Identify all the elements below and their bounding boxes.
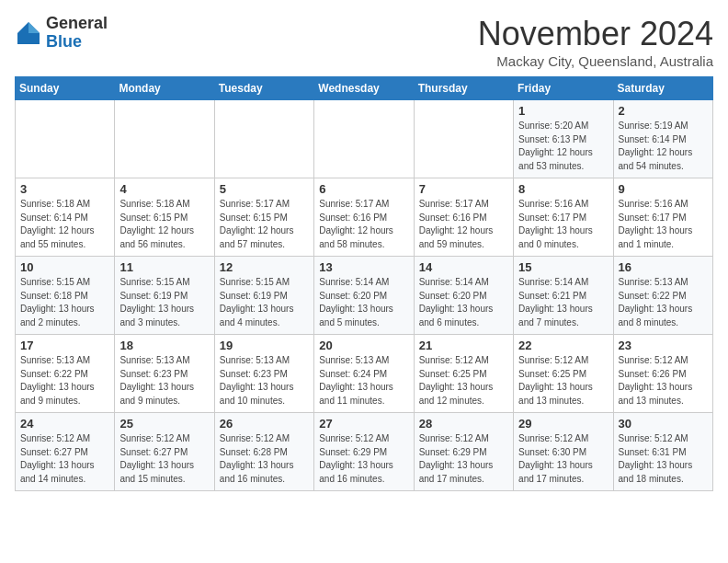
logo: General Blue [15, 15, 108, 52]
header-saturday: Saturday [613, 77, 712, 100]
day-number: 2 [619, 104, 708, 118]
day-number: 1 [518, 104, 608, 118]
day-info: Sunrise: 5:18 AM Sunset: 6:15 PM Dayligh… [119, 198, 209, 251]
day-cell: 27Sunrise: 5:12 AM Sunset: 6:29 PM Dayli… [314, 413, 414, 491]
day-cell: 4Sunrise: 5:18 AM Sunset: 6:15 PM Daylig… [115, 178, 214, 257]
day-cell: 10Sunrise: 5:15 AM Sunset: 6:18 PM Dayli… [16, 257, 115, 335]
day-cell: 29Sunrise: 5:12 AM Sunset: 6:30 PM Dayli… [514, 413, 613, 491]
day-info: Sunrise: 5:12 AM Sunset: 6:29 PM Dayligh… [319, 432, 408, 486]
day-info: Sunrise: 5:15 AM Sunset: 6:19 PM Dayligh… [119, 276, 209, 329]
day-info: Sunrise: 5:12 AM Sunset: 6:25 PM Dayligh… [518, 354, 608, 408]
day-cell: 2Sunrise: 5:19 AM Sunset: 6:14 PM Daylig… [613, 100, 712, 178]
day-number: 23 [619, 339, 708, 352]
day-number: 12 [220, 260, 309, 274]
day-cell: 3Sunrise: 5:18 AM Sunset: 6:14 PM Daylig… [16, 178, 115, 257]
day-cell: 20Sunrise: 5:13 AM Sunset: 6:24 PM Dayli… [314, 335, 414, 413]
day-number: 30 [619, 417, 708, 431]
day-number: 22 [518, 339, 608, 352]
location-subtitle: Mackay City, Queensland, Australia [478, 53, 713, 69]
week-row-4: 17Sunrise: 5:13 AM Sunset: 6:22 PM Dayli… [16, 335, 713, 413]
day-number: 8 [518, 182, 608, 196]
day-cell: 11Sunrise: 5:15 AM Sunset: 6:19 PM Dayli… [115, 257, 214, 335]
day-cell [16, 100, 115, 178]
day-cell: 14Sunrise: 5:14 AM Sunset: 6:20 PM Dayli… [414, 257, 513, 335]
day-cell [115, 100, 214, 178]
day-number: 16 [619, 260, 708, 274]
day-info: Sunrise: 5:13 AM Sunset: 6:22 PM Dayligh… [20, 354, 109, 408]
day-info: Sunrise: 5:16 AM Sunset: 6:17 PM Dayligh… [518, 198, 608, 251]
header-row: SundayMondayTuesdayWednesdayThursdayFrid… [16, 77, 713, 100]
day-cell: 19Sunrise: 5:13 AM Sunset: 6:23 PM Dayli… [214, 335, 313, 413]
calendar-table: SundayMondayTuesdayWednesdayThursdayFrid… [15, 76, 713, 491]
day-info: Sunrise: 5:15 AM Sunset: 6:19 PM Dayligh… [220, 276, 309, 329]
day-cell: 12Sunrise: 5:15 AM Sunset: 6:19 PM Dayli… [214, 257, 313, 335]
day-info: Sunrise: 5:12 AM Sunset: 6:29 PM Dayligh… [419, 432, 508, 486]
day-number: 13 [319, 260, 408, 274]
month-title: November 2024 [478, 15, 713, 53]
day-cell: 21Sunrise: 5:12 AM Sunset: 6:25 PM Dayli… [414, 335, 513, 413]
logo-general: General [46, 15, 108, 33]
day-cell: 5Sunrise: 5:17 AM Sunset: 6:15 PM Daylig… [214, 178, 313, 257]
day-number: 27 [319, 417, 408, 431]
day-cell: 28Sunrise: 5:12 AM Sunset: 6:29 PM Dayli… [414, 413, 513, 491]
header-friday: Friday [514, 77, 613, 100]
header: General Blue November 2024 Mackay City, … [15, 15, 713, 69]
day-number: 6 [319, 182, 408, 196]
header-wednesday: Wednesday [314, 77, 414, 100]
day-cell [214, 100, 313, 178]
logo-icon [15, 19, 42, 47]
day-number: 19 [220, 339, 309, 352]
day-number: 7 [419, 182, 508, 196]
header-sunday: Sunday [16, 77, 115, 100]
day-number: 24 [20, 417, 109, 431]
day-info: Sunrise: 5:12 AM Sunset: 6:26 PM Dayligh… [619, 354, 708, 408]
day-number: 29 [518, 417, 608, 431]
day-cell [414, 100, 513, 178]
week-row-2: 3Sunrise: 5:18 AM Sunset: 6:14 PM Daylig… [16, 178, 713, 257]
day-cell: 30Sunrise: 5:12 AM Sunset: 6:31 PM Dayli… [613, 413, 712, 491]
week-row-1: 1Sunrise: 5:20 AM Sunset: 6:13 PM Daylig… [16, 100, 713, 178]
day-info: Sunrise: 5:12 AM Sunset: 6:31 PM Dayligh… [619, 432, 708, 486]
day-cell: 25Sunrise: 5:12 AM Sunset: 6:27 PM Dayli… [115, 413, 214, 491]
day-info: Sunrise: 5:18 AM Sunset: 6:14 PM Dayligh… [20, 198, 109, 251]
svg-marker-1 [28, 22, 40, 33]
day-number: 11 [119, 260, 209, 274]
day-cell: 18Sunrise: 5:13 AM Sunset: 6:23 PM Dayli… [115, 335, 214, 413]
header-thursday: Thursday [414, 77, 513, 100]
day-cell: 15Sunrise: 5:14 AM Sunset: 6:21 PM Dayli… [514, 257, 613, 335]
day-info: Sunrise: 5:12 AM Sunset: 6:28 PM Dayligh… [220, 432, 309, 486]
day-info: Sunrise: 5:17 AM Sunset: 6:16 PM Dayligh… [319, 198, 408, 251]
day-info: Sunrise: 5:12 AM Sunset: 6:27 PM Dayligh… [20, 432, 109, 486]
day-info: Sunrise: 5:15 AM Sunset: 6:18 PM Dayligh… [20, 276, 109, 329]
day-cell: 8Sunrise: 5:16 AM Sunset: 6:17 PM Daylig… [514, 178, 613, 257]
day-info: Sunrise: 5:17 AM Sunset: 6:15 PM Dayligh… [220, 198, 309, 251]
day-number: 4 [119, 182, 209, 196]
day-number: 17 [20, 339, 109, 352]
day-number: 15 [518, 260, 608, 274]
header-monday: Monday [115, 77, 214, 100]
day-cell: 1Sunrise: 5:20 AM Sunset: 6:13 PM Daylig… [514, 100, 613, 178]
day-info: Sunrise: 5:14 AM Sunset: 6:20 PM Dayligh… [419, 276, 508, 329]
day-info: Sunrise: 5:14 AM Sunset: 6:21 PM Dayligh… [518, 276, 608, 329]
day-info: Sunrise: 5:20 AM Sunset: 6:13 PM Dayligh… [518, 120, 608, 173]
day-info: Sunrise: 5:12 AM Sunset: 6:25 PM Dayligh… [419, 354, 508, 408]
day-info: Sunrise: 5:13 AM Sunset: 6:22 PM Dayligh… [619, 276, 708, 329]
day-number: 20 [319, 339, 408, 352]
day-cell: 16Sunrise: 5:13 AM Sunset: 6:22 PM Dayli… [613, 257, 712, 335]
week-row-5: 24Sunrise: 5:12 AM Sunset: 6:27 PM Dayli… [16, 413, 713, 491]
day-info: Sunrise: 5:16 AM Sunset: 6:17 PM Dayligh… [619, 198, 708, 251]
day-number: 21 [419, 339, 508, 352]
day-number: 25 [119, 417, 209, 431]
day-cell [314, 100, 414, 178]
day-cell: 6Sunrise: 5:17 AM Sunset: 6:16 PM Daylig… [314, 178, 414, 257]
day-cell: 23Sunrise: 5:12 AM Sunset: 6:26 PM Dayli… [613, 335, 712, 413]
day-number: 5 [220, 182, 309, 196]
logo-blue: Blue [46, 33, 108, 52]
day-number: 9 [619, 182, 708, 196]
day-number: 28 [419, 417, 508, 431]
day-info: Sunrise: 5:12 AM Sunset: 6:30 PM Dayligh… [518, 432, 608, 486]
day-cell: 26Sunrise: 5:12 AM Sunset: 6:28 PM Dayli… [214, 413, 313, 491]
day-number: 14 [419, 260, 508, 274]
day-info: Sunrise: 5:17 AM Sunset: 6:16 PM Dayligh… [419, 198, 508, 251]
day-info: Sunrise: 5:13 AM Sunset: 6:23 PM Dayligh… [220, 354, 309, 408]
